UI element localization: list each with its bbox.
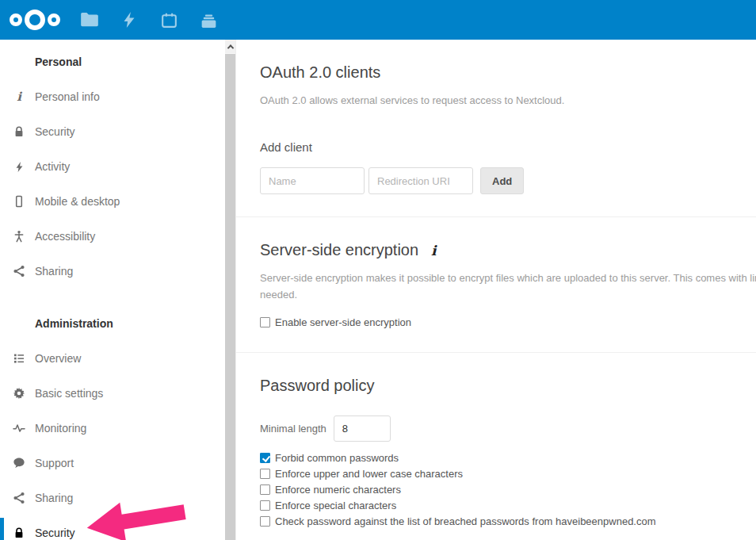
nextcloud-logo[interactable] [0,7,70,33]
oauth-section: OAuth 2.0 clients OAuth 2.0 allows exter… [236,40,756,217]
encryption-section: Server-side encryption i Server-side enc… [236,217,756,353]
sidebar-item-label: Sharing [35,265,73,278]
enforce-special-checkbox[interactable]: Enforce special characters [260,497,756,513]
nextcloud-logo-icon [9,7,61,33]
check-breached-passwords-checkbox[interactable]: Check password against the list of breac… [260,513,756,529]
calendar-icon [159,10,179,30]
checkbox[interactable] [260,484,270,495]
add-client-label: Add client [260,140,756,154]
sidebar-item-label: Security [35,125,75,138]
minimal-length-input[interactable] [334,416,391,442]
accessibility-icon [13,230,25,243]
checkbox[interactable] [260,500,270,511]
sidebar-item-label: Basic settings [35,387,103,400]
app-calendar-button[interactable] [149,0,189,40]
app-files-button[interactable] [70,0,109,40]
checkbox[interactable] [260,516,270,527]
sidebar-item-personal-info[interactable]: i Personal info [0,79,225,114]
enable-encryption-checkbox[interactable]: Enable server-side encryption [260,314,756,330]
settings-content: OAuth 2.0 clients OAuth 2.0 allows exter… [236,40,756,540]
lightning-icon [13,160,25,173]
scrollbar-up-button[interactable] [225,40,235,53]
sidebar-item-label: Sharing [35,492,73,504]
enable-encryption-label: Enable server-side encryption [275,316,411,328]
info-icon: i [13,90,25,103]
sidebar-item-sharing[interactable]: Sharing [0,254,225,289]
sidebar-scrollbar [225,40,236,540]
share-icon [13,492,25,504]
settings-sidebar: Personal i Personal info Security Activi… [0,40,225,540]
enforce-upper-lower-checkbox[interactable]: Enforce upper and lower case characters [260,465,756,481]
sidebar-item-label: Mobile & desktop [35,195,120,208]
app-deck-button[interactable] [189,0,228,40]
sidebar-item-label: Accessibility [35,230,95,243]
sidebar-item-mobile-desktop[interactable]: Mobile & desktop [0,184,225,219]
deck-icon [199,10,219,30]
password-policy-title: Password policy [260,377,756,395]
oauth-title: OAuth 2.0 clients [260,63,756,82]
checkbox[interactable] [260,453,270,463]
phone-icon [13,195,25,208]
gear-icon [13,387,25,400]
oauth-description: OAuth 2.0 allows external services to re… [260,92,756,109]
lock-icon [13,527,25,539]
sidebar-item-support[interactable]: Support [0,446,225,481]
sidebar-item-label: Support [35,457,74,469]
checkbox[interactable] [260,317,270,327]
add-client-button[interactable]: Add [480,167,524,194]
lightning-icon [120,10,139,29]
sidebar-item-label: Monitoring [35,422,86,435]
info-icon[interactable]: i [431,243,436,259]
redirection-uri-input[interactable] [368,167,473,194]
lock-icon [13,125,25,138]
sidebar-item-security[interactable]: Security [0,114,225,149]
sidebar-item-monitoring[interactable]: Monitoring [0,411,225,446]
sidebar-item-basic-settings[interactable]: Basic settings [0,376,225,411]
sidebar-item-label: Security [35,527,75,539]
enforce-numeric-checkbox[interactable]: Enforce numeric characters [260,481,756,497]
minimal-length-label: Minimal length [260,423,326,435]
sidebar-item-overview[interactable]: Overview [0,341,225,376]
app-activity-button[interactable] [109,0,149,40]
speech-bubble-icon [13,457,25,469]
encryption-title: Server-side encryption [260,241,418,259]
forbid-common-passwords-checkbox[interactable]: Forbid common passwords [260,450,756,465]
sidebar-item-label: Overview [35,352,81,365]
sidebar-item-accessibility[interactable]: Accessibility [0,219,225,254]
scrollbar-thumb[interactable] [225,54,235,540]
share-icon [13,265,25,278]
folder-icon [79,10,100,30]
sidebar-item-label: Activity [35,160,70,173]
top-bar [0,0,756,40]
client-name-input[interactable] [260,167,365,194]
pulse-icon [13,422,25,435]
chevron-up-icon [227,44,233,51]
sidebar-item-activity[interactable]: Activity [0,149,225,184]
sidebar-heading-personal: Personal [0,44,225,79]
sidebar-item-admin-sharing[interactable]: Sharing [0,481,225,515]
sidebar-item-admin-security[interactable]: Security [0,515,225,540]
list-icon [13,352,25,365]
sidebar-item-label: Personal info [35,90,100,103]
sidebar-heading-administration: Administration [0,306,225,341]
password-policy-section: Password policy Minimal length Forbid co… [236,353,756,540]
encryption-description: Server-side encryption makes it possible… [260,270,756,303]
checkbox[interactable] [260,469,270,479]
